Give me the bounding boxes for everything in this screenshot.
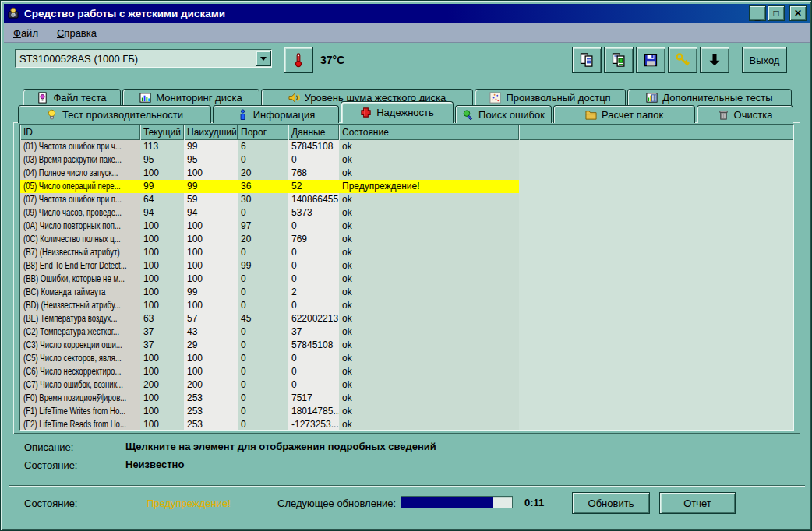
column-header-5[interactable]: Состояние	[339, 125, 519, 140]
column-header-4[interactable]: Данные	[288, 125, 339, 140]
table-row[interactable]: (F0) Время позицион列иров...10025307517ok	[20, 392, 793, 405]
table-row[interactable]: (BB) Ошибки, которые не м...10010000ok	[20, 273, 793, 286]
close-button[interactable]: ✕	[789, 5, 807, 21]
cell: 253	[184, 418, 238, 431]
cell: 100	[184, 299, 238, 312]
cell: (B8) End To End Error Detect...	[20, 259, 140, 273]
menu-item-file[interactable]: Файл	[4, 25, 48, 41]
table-row[interactable]: (C3) Число коррекции оши...3729057845108…	[20, 339, 793, 352]
table-row[interactable]: (F1) LifeTime Writes from Ho...100253018…	[20, 405, 793, 418]
menu-item-help[interactable]: Справка	[48, 25, 106, 41]
table-row[interactable]: (0C) Количество полных ц...10010020769ok	[20, 233, 793, 246]
save-icon	[643, 52, 658, 68]
table-row[interactable]: (C7) Число ошибок, возник...20020000ok	[20, 378, 793, 392]
temperature-button[interactable]	[284, 47, 313, 73]
tab-random-access[interactable]: Произвольный достцп	[475, 89, 626, 105]
minimize-button[interactable]: _	[749, 5, 766, 21]
column-header-1[interactable]: Текущий	[140, 125, 184, 140]
thermometer-icon	[291, 51, 306, 69]
keys-button[interactable]	[668, 47, 697, 73]
cell: 0	[288, 273, 339, 286]
tab-test-file[interactable]: Файл теста	[23, 89, 121, 105]
table-row[interactable]: (04) Полное число запуск...10010020768ok	[20, 167, 793, 180]
cell: 100	[140, 259, 184, 273]
cell: Предупреждение!	[339, 180, 519, 193]
cell-filler	[519, 392, 793, 405]
column-header-2[interactable]: Наихудший	[184, 125, 238, 140]
table-row[interactable]: (C2) Температура жестког...3743037ok	[20, 325, 793, 339]
table-row[interactable]: (03) Время раскрутки паке...959500ok	[20, 153, 793, 167]
cell: ok	[339, 365, 519, 378]
cell: 5373	[288, 206, 339, 220]
column-header-0[interactable]: ID	[20, 125, 140, 140]
cell: (F2) LifeTime Reads from Ho...	[20, 418, 140, 431]
copy-green-icon	[611, 52, 627, 68]
cell: 95	[140, 153, 184, 167]
combobox-dropdown-button[interactable]	[256, 51, 271, 66]
cell: 100	[140, 392, 184, 405]
cell: (04) Полное число запуск...	[20, 167, 140, 180]
tab-info[interactable]: Информация	[213, 105, 339, 123]
table-row[interactable]: (BC) Команда таймаута1009902ok	[20, 286, 793, 299]
exit-button[interactable]: Выход	[742, 47, 787, 73]
table-row[interactable]: (C6) Число нескорректиро...10010000ok	[20, 365, 793, 378]
table-row[interactable]: (01) Частота ошибок при ч...113996578451…	[20, 140, 793, 153]
table-row[interactable]: (C5) Число секторов, явля...10010000ok	[20, 352, 793, 365]
tab-folder[interactable]: Расчет папок	[553, 105, 695, 123]
table-row[interactable]: (0A) Число повторных поп...100100970ok	[20, 220, 793, 233]
cell: (05) Число операций пере...	[20, 180, 140, 193]
tab-label: Надежность	[376, 107, 434, 118]
maximize-button[interactable]: □	[768, 5, 785, 21]
cell: 94	[184, 206, 238, 220]
cell: ok	[339, 153, 519, 167]
cell: 0	[238, 378, 288, 392]
table-row[interactable]: (07) Частота ошибок при п...645930140866…	[20, 193, 793, 206]
table-row[interactable]: (B8) End To End Error Detect...100100990…	[20, 259, 793, 273]
cell: (BD) (Неизвестный атрибу...	[20, 299, 140, 312]
drive-select-combobox[interactable]: ST31000528AS (1000 ГБ)	[15, 49, 272, 68]
tab-reliability[interactable]: Надежность	[341, 101, 454, 123]
cell: ok	[339, 325, 519, 339]
table-row[interactable]: (B7) (Неизвестный атрибут)10010000ok	[20, 246, 793, 259]
cell: 64	[140, 193, 184, 206]
tab-extra-tests[interactable]: Дополнительные тесты	[627, 89, 792, 105]
tab-performance[interactable]: Тест производительности	[18, 105, 211, 123]
tab-label: Мониторинг диска	[156, 92, 242, 104]
download-button[interactable]	[700, 47, 729, 73]
cell-filler	[519, 140, 793, 153]
cell-filler	[519, 325, 793, 339]
tab-search[interactable]: Поиск ошибок	[455, 105, 552, 123]
tab-disk-monitor[interactable]: Мониторинг диска	[122, 89, 259, 105]
save-button[interactable]	[636, 47, 665, 73]
refresh-button[interactable]: Обновить	[572, 492, 650, 514]
cell: 52	[288, 180, 339, 193]
table-row[interactable]: (BD) (Неизвестный атрибу...10010000ok	[20, 299, 793, 312]
cell: (09) Число часов, проведе...	[20, 206, 140, 220]
cell: 100	[184, 365, 238, 378]
tab-trash[interactable]: Очистка	[697, 105, 793, 123]
table-row[interactable]: (05) Число операций пере...99993652Преду…	[20, 180, 793, 193]
tab-label: Расчет папок	[602, 109, 663, 121]
cell: 100	[184, 273, 238, 286]
table-row[interactable]: (BE) Температура воздух...63574562200221…	[20, 312, 793, 325]
description-label: Описание:	[24, 441, 73, 453]
report-button[interactable]: Отчет	[659, 492, 736, 514]
test-file-icon	[37, 92, 48, 104]
cell: (F0) Время позицион列иров...	[20, 392, 140, 405]
table-row[interactable]: (F2) LifeTime Reads from Ho...1002530-12…	[20, 418, 793, 431]
cell: 37	[288, 325, 339, 339]
cell: ok	[339, 273, 519, 286]
column-header-3[interactable]: Порог	[238, 125, 288, 140]
copy-report-button[interactable]	[604, 47, 634, 73]
cell: 769	[288, 233, 339, 246]
cell: (0A) Число повторных поп...	[20, 220, 140, 233]
cell: ok	[339, 378, 519, 392]
cell-filler	[519, 273, 793, 286]
copy-button[interactable]	[572, 47, 602, 73]
table-row[interactable]: (09) Число часов, проведе...949405373ok	[20, 206, 793, 220]
cell: 200	[140, 378, 184, 392]
cell: 0	[288, 259, 339, 273]
cell: 6	[238, 140, 288, 153]
cell: 0	[288, 299, 339, 312]
cell-filler	[519, 312, 793, 325]
